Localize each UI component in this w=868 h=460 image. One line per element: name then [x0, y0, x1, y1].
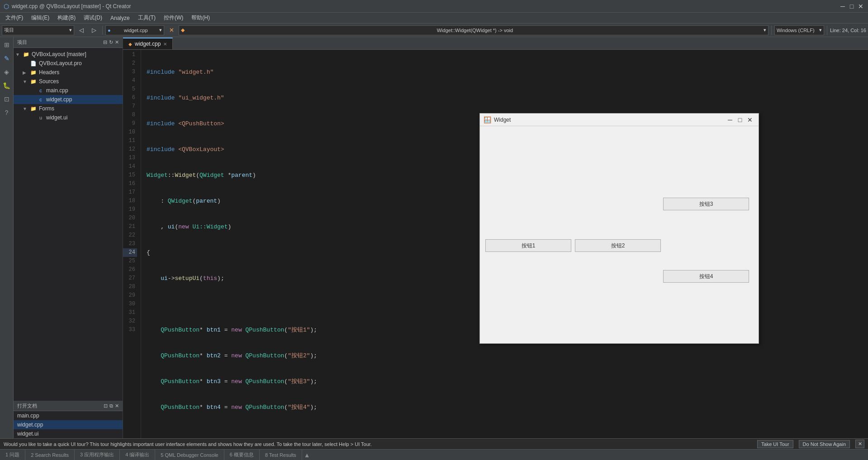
file-combo[interactable]: ● widget.cpp ▾: [105, 25, 164, 35]
bottom-panel-arrow[interactable]: ▲: [304, 451, 310, 459]
ln-11: 11: [123, 137, 137, 145]
widget-preview-titlebar: 🪟 Widget ─ □ ✕: [480, 114, 759, 126]
close-button[interactable]: ✕: [857, 3, 864, 10]
editor-tabs: ◆ widget.cpp ✕: [123, 37, 868, 50]
bottom-tab-issues[interactable]: 1 问题: [0, 450, 25, 460]
menu-debug[interactable]: 调试(D): [80, 13, 106, 23]
menu-file[interactable]: 文件(F): [2, 13, 27, 23]
title-left: ⬡ widget.cpp @ QVBoxLayout [master] - Qt…: [4, 3, 131, 10]
widget-btn1[interactable]: 按钮1: [485, 239, 571, 252]
dismiss-tour-button[interactable]: Do Not Show Again: [799, 440, 850, 448]
mode-combo-arrow: ▾: [819, 27, 822, 33]
widget-title-text: Widget: [494, 117, 511, 123]
tree-item-pro[interactable]: 📄 QVBoxLayout.pro: [14, 59, 123, 68]
titlebar: ⬡ widget.cpp @ QVBoxLayout [master] - Qt…: [0, 0, 868, 13]
ln-13: 13: [123, 154, 137, 162]
tree-item-main-cpp[interactable]: c main.cpp: [14, 86, 123, 95]
main-area: ⊞ ✎ ◈ 🐛 ⊡ ? 项目 ⊟ ↻ ✕ ▼ 📁 QVBoxLayout [ma…: [0, 37, 868, 438]
open-file-widget-ui[interactable]: widget.ui: [14, 429, 123, 438]
ln-18: 18: [123, 197, 137, 205]
widget-minimize-button[interactable]: ─: [725, 115, 735, 125]
tree-label-forms: Forms: [39, 105, 54, 112]
tree-item-widget-cpp[interactable]: c widget.cpp: [14, 95, 123, 104]
func-combo[interactable]: ◆ Widget::Widget(QWidget *) -> void ▾: [179, 25, 768, 35]
folder-icon-headers: 📁: [30, 69, 37, 76]
menu-tools[interactable]: 工具(T): [134, 13, 159, 23]
back-button[interactable]: ◁: [76, 25, 87, 36]
menu-edit[interactable]: 编辑(E): [28, 13, 53, 23]
mode-combo[interactable]: Windows (CRLF) ▾: [774, 25, 824, 35]
ui-icon-widget: u: [37, 114, 44, 121]
ln-22: 22: [123, 231, 137, 240]
menu-analyze[interactable]: Analyze: [107, 13, 133, 23]
ln-4: 4: [123, 76, 137, 85]
tree-item-forms[interactable]: ▼ 📁 Forms: [14, 104, 123, 113]
ln-9: 9: [123, 119, 137, 128]
bottom-tab-test[interactable]: 8 Test Results: [260, 450, 302, 460]
maximize-button[interactable]: □: [848, 3, 855, 10]
editor-tab-widget-cpp[interactable]: ◆ widget.cpp ✕: [123, 38, 173, 49]
sidebar-edit[interactable]: ✎: [1, 52, 13, 64]
code-line-1: #include "widget.h": [147, 68, 868, 76]
tree-label-main-cpp: main.cpp: [46, 87, 68, 94]
ln-16: 16: [123, 180, 137, 188]
open-files-close[interactable]: ✕: [115, 403, 119, 409]
sync-icon[interactable]: ↻: [109, 39, 113, 45]
ln-23: 23: [123, 240, 137, 248]
sidebar-help[interactable]: ?: [1, 107, 13, 119]
func-icon: ◆: [181, 27, 185, 33]
widget-btn2[interactable]: 按钮2: [575, 239, 661, 252]
ln-25: 25: [123, 257, 137, 266]
file-tree-title: 项目: [17, 39, 27, 46]
tree-label-sources: Sources: [39, 78, 59, 85]
ln-7: 7: [123, 102, 137, 111]
bottom-tab-qml[interactable]: 5 QML Debugger Console: [155, 450, 224, 460]
widget-maximize-button[interactable]: □: [735, 115, 745, 125]
code-line-2: #include "ui_widget.h": [147, 94, 868, 102]
project-combo-text: 项目: [4, 27, 14, 33]
menu-widgets[interactable]: 控件(W): [160, 13, 187, 23]
bottom-tab-appout[interactable]: 3 应用程序输出: [75, 450, 120, 460]
menu-build[interactable]: 构建(B): [54, 13, 79, 23]
open-file-widget-cpp[interactable]: widget.cpp: [14, 420, 123, 429]
sidebar-welcome[interactable]: ⊞: [1, 39, 13, 51]
close-tree-icon[interactable]: ✕: [115, 39, 119, 45]
bottom-tab-search[interactable]: 2 Search Results: [25, 450, 75, 460]
menu-help[interactable]: 帮助(H): [188, 13, 213, 23]
bottom-tab-compile[interactable]: 4 编译输出: [120, 450, 155, 460]
project-combo[interactable]: 项目 ▾: [2, 25, 74, 35]
bottom-tab-overview[interactable]: 6 概要信息: [224, 450, 260, 460]
file-close-button[interactable]: ✕: [166, 25, 177, 36]
filter-icon[interactable]: ⊟: [103, 39, 107, 45]
tree-item-root[interactable]: ▼ 📁 QVBoxLayout [master]: [14, 50, 123, 59]
widget-preview-window[interactable]: 🪟 Widget ─ □ ✕ 按钮1 按钮2 按钮3 按钮4: [479, 113, 759, 344]
widget-btn4[interactable]: 按钮4: [663, 270, 749, 283]
tree-item-headers[interactable]: ▶ 📁 Headers: [14, 68, 123, 77]
file-combo-arrow: ▾: [159, 27, 162, 33]
close-tour-button[interactable]: ✕: [855, 440, 864, 448]
ln-27: 27: [123, 274, 137, 283]
sidebar-debug[interactable]: 🐛: [1, 80, 13, 91]
ln-33: 33: [123, 326, 137, 334]
tour-message: Would you like to take a quick UI tour? …: [4, 441, 754, 447]
tab-close-button[interactable]: ✕: [163, 42, 167, 47]
tree-item-widget-ui[interactable]: u widget.ui: [14, 113, 123, 122]
open-files-header: 打开文档 ⊡ ⧉ ✕: [14, 401, 123, 411]
tree-item-sources[interactable]: ▼ 📁 Sources: [14, 77, 123, 86]
open-files-float[interactable]: ⧉: [109, 403, 113, 409]
widget-close-button[interactable]: ✕: [745, 115, 755, 125]
open-file-main-cpp[interactable]: main.cpp: [14, 411, 123, 420]
folder-icon-sources: 📁: [30, 78, 37, 85]
open-files-expand[interactable]: ⊡: [104, 403, 108, 409]
title-text: widget.cpp @ QVBoxLayout [master] - Qt C…: [12, 3, 131, 9]
take-tour-button[interactable]: Take UI Tour: [757, 440, 793, 448]
tree-arrow-headers: ▶: [23, 70, 30, 75]
toolbar: 项目 ▾ ◁ ▷ ● widget.cpp ▾ ✕ ◆ Widget::Widg…: [0, 24, 868, 37]
tree-label-pro: QVBoxLayout.pro: [39, 60, 82, 66]
ln-32: 32: [123, 317, 137, 326]
forward-button[interactable]: ▷: [89, 25, 100, 36]
sidebar-project[interactable]: ⊡: [1, 93, 13, 105]
sidebar-design[interactable]: ◈: [1, 66, 13, 78]
minimize-button[interactable]: ─: [839, 3, 846, 10]
widget-btn3[interactable]: 按钮3: [663, 198, 749, 210]
